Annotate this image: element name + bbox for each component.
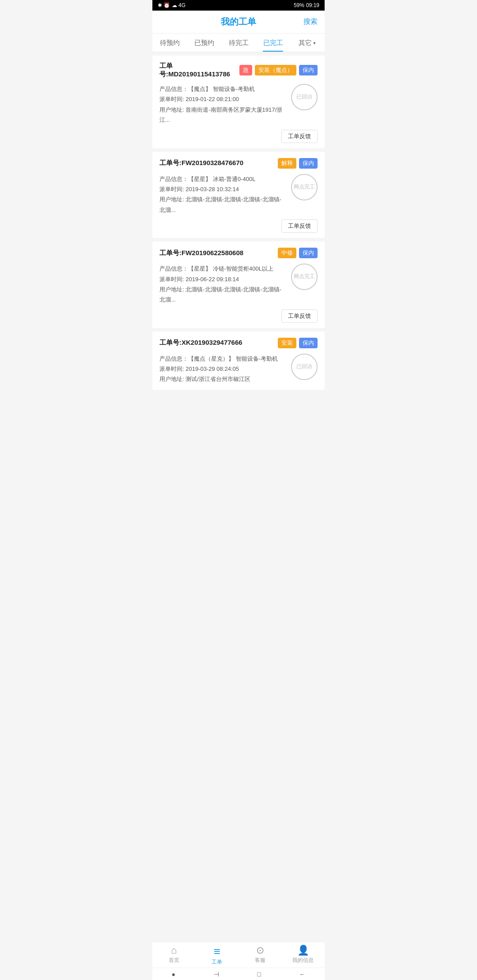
card-footer-3: 工单反馈 bbox=[159, 309, 318, 323]
stamp-1: 已回访 bbox=[291, 84, 318, 110]
badge-group-3: 中修 保内 bbox=[278, 248, 318, 258]
badge-warranty-1: 保内 bbox=[299, 65, 318, 75]
card-info-4: 产品信息：【魔点（星克）】 智能设备-考勤机 派单时间: 2019-03-29 … bbox=[159, 354, 286, 384]
card-body-2: 产品信息：【星星】 冰箱-普通0-400L 派单时间: 2019-03-28 1… bbox=[159, 174, 318, 215]
badge-group-4: 安装 保内 bbox=[278, 338, 318, 348]
stamp-4: 已回访 bbox=[291, 354, 318, 380]
product-info-2: 产品信息：【星星】 冰箱-普通0-400L bbox=[159, 174, 286, 184]
tab-bar: 待预约 已预约 待完工 已完工 其它 bbox=[152, 34, 325, 52]
card-body-4: 产品信息：【魔点（星克）】 智能设备-考勤机 派单时间: 2019-03-29 … bbox=[159, 354, 318, 384]
card-footer-2: 工单反馈 bbox=[159, 219, 318, 233]
card-header-4: 工单号:XK20190329477666 安装 保内 bbox=[159, 338, 318, 348]
order-number-3[interactable]: 工单号:FW20190622580608 bbox=[159, 249, 243, 257]
stamp-3: 网点完工 bbox=[291, 264, 318, 290]
table-row: 工单号:MD20190115413786 急 安装（魔点） 保内 产品信息：【魔… bbox=[152, 56, 325, 148]
tab-pending-complete[interactable]: 待完工 bbox=[221, 34, 256, 52]
feedback-button-3[interactable]: 工单反馈 bbox=[281, 309, 318, 323]
dispatch-time-1: 派单时间: 2019-01-22 08:21:00 bbox=[159, 94, 286, 104]
table-row: 工单号:FW20190622580608 中修 保内 产品信息：【星星】 冷链-… bbox=[152, 241, 325, 328]
header: 我的工单 搜索 bbox=[152, 11, 325, 34]
card-info-1: 产品信息：【魔点】 智能设备-考勤机 派单时间: 2019-01-22 08:2… bbox=[159, 84, 286, 125]
badge-explain-2: 解释 bbox=[278, 158, 296, 169]
dispatch-time-4: 派单时间: 2019-03-29 08:24:05 bbox=[159, 364, 286, 374]
tab-completed[interactable]: 已完工 bbox=[256, 34, 290, 52]
card-header-3: 工单号:FW20190622580608 中修 保内 bbox=[159, 248, 318, 258]
card-header-2: 工单号:FW20190328476670 解释 保内 bbox=[159, 158, 318, 169]
user-address-4: 用户地址: 测试/浙江省台州市椒江区 bbox=[159, 374, 286, 384]
card-footer-1: 工单反馈 bbox=[159, 130, 318, 143]
dispatch-time-2: 派单时间: 2019-03-28 10:32:14 bbox=[159, 184, 286, 194]
product-info-1: 产品信息：【魔点】 智能设备-考勤机 bbox=[159, 84, 286, 94]
dispatch-time-3: 派单时间: 2019-06-22 09:18:14 bbox=[159, 274, 286, 284]
card-header-1: 工单号:MD20190115413786 急 安装（魔点） 保内 bbox=[159, 62, 318, 79]
badge-group-2: 解释 保内 bbox=[278, 158, 318, 169]
user-address-1: 用户地址: 首南街道-南部商务区罗蒙大厦1917/浙江... bbox=[159, 105, 286, 125]
tab-pending-appt[interactable]: 待预约 bbox=[152, 34, 187, 52]
feedback-button-1[interactable]: 工单反馈 bbox=[281, 130, 318, 143]
user-address-2: 用户地址: 北溜镇-北溜镇-北溜镇-北溜镇-北溜镇-北溜... bbox=[159, 194, 286, 215]
product-info-3: 产品信息：【星星】 冷链-智能货柜400L以上 bbox=[159, 264, 286, 274]
status-bar: ✱ ⏰ ☁ 4G 59% 09:19 bbox=[152, 0, 325, 11]
status-left-icons: ✱ ⏰ ☁ 4G bbox=[158, 2, 186, 8]
card-body-3: 产品信息：【星星】 冷链-智能货柜400L以上 派单时间: 2019-06-22… bbox=[159, 264, 318, 305]
order-number-4[interactable]: 工单号:XK20190329477666 bbox=[159, 339, 242, 347]
card-info-3: 产品信息：【星星】 冷链-智能货柜400L以上 派单时间: 2019-06-22… bbox=[159, 264, 286, 305]
table-row: 工单号:FW20190328476670 解释 保内 产品信息：【星星】 冰箱-… bbox=[152, 152, 325, 238]
status-right-info: 59% 09:19 bbox=[294, 2, 319, 8]
stamp-2: 网点完工 bbox=[291, 174, 318, 200]
badge-install-4: 安装 bbox=[278, 338, 296, 348]
battery-indicator: 59% bbox=[294, 2, 304, 8]
user-address-3: 用户地址: 北溜镇-北溜镇-北溜镇-北溜镇-北溜镇-北溜... bbox=[159, 284, 286, 305]
badge-warranty-2: 保内 bbox=[299, 158, 318, 169]
card-info-2: 产品信息：【星星】 冰箱-普通0-400L 派单时间: 2019-03-28 1… bbox=[159, 174, 286, 215]
page-title: 我的工单 bbox=[221, 16, 256, 28]
card-body-1: 产品信息：【魔点】 智能设备-考勤机 派单时间: 2019-01-22 08:2… bbox=[159, 84, 318, 125]
table-row: 工单号:XK20190329477666 安装 保内 产品信息：【魔点（星克）】… bbox=[152, 332, 325, 390]
feedback-button-2[interactable]: 工单反馈 bbox=[281, 219, 318, 233]
work-order-list: 工单号:MD20190115413786 急 安装（魔点） 保内 产品信息：【魔… bbox=[152, 52, 325, 397]
badge-install-1: 安装（魔点） bbox=[255, 65, 296, 75]
tab-appointed[interactable]: 已预约 bbox=[187, 34, 221, 52]
order-number-2[interactable]: 工单号:FW20190328476670 bbox=[159, 159, 243, 167]
search-button[interactable]: 搜索 bbox=[303, 17, 318, 26]
badge-group-1: 急 安装（魔点） 保内 bbox=[239, 65, 318, 75]
badge-warranty-4: 保内 bbox=[299, 338, 318, 348]
badge-urgent-1: 急 bbox=[239, 65, 252, 75]
product-info-4: 产品信息：【魔点（星克）】 智能设备-考勤机 bbox=[159, 354, 286, 364]
order-number-1[interactable]: 工单号:MD20190115413786 bbox=[159, 62, 239, 79]
badge-warranty-3: 保内 bbox=[299, 248, 318, 258]
tab-other[interactable]: 其它 bbox=[290, 34, 325, 52]
badge-repair-3: 中修 bbox=[278, 248, 296, 258]
time-indicator: 09:19 bbox=[306, 2, 319, 8]
